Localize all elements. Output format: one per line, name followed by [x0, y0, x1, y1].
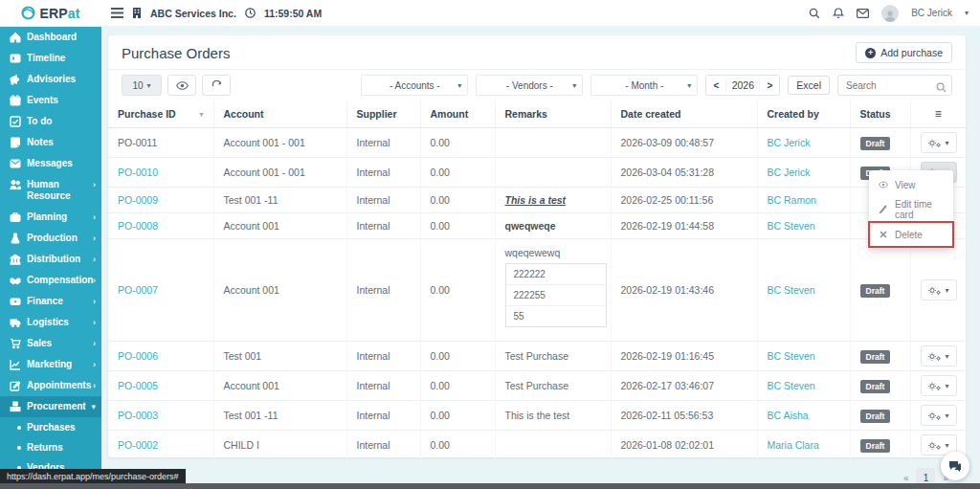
row-actions-button[interactable]: ▾ — [921, 279, 957, 300]
page-title: Purchase Orders — [122, 45, 230, 61]
created-by-link[interactable]: BC Steven — [768, 350, 815, 362]
status-cell: Draft — [850, 128, 910, 158]
bank-icon — [10, 254, 21, 265]
search-icon[interactable] — [809, 8, 820, 19]
sidebar-item-to-do[interactable]: To do — [0, 111, 101, 132]
created-by-link[interactable]: BC Jerick — [768, 137, 811, 148]
created-by-link[interactable]: BC Steven — [768, 220, 815, 232]
table-header-row: Purchase ID▾AccountSupplierAmountRemarks… — [108, 100, 966, 128]
caret-down-icon: ▾ — [945, 139, 948, 147]
sidebar-subitem-returns[interactable]: Returns — [0, 437, 101, 457]
date-created-cell: 2026-02-11 05:56:53 — [611, 401, 757, 431]
column-header-remarks[interactable]: Remarks — [495, 100, 611, 128]
purchase-id-link[interactable]: PO-0009 — [118, 194, 158, 206]
notifications-bell-icon[interactable] — [833, 8, 844, 19]
messages-envelope-icon[interactable] — [857, 9, 869, 18]
refresh-button[interactable] — [202, 75, 231, 96]
sidebar-item-planning[interactable]: Planning› — [0, 207, 101, 228]
column-header-supplier[interactable]: Supplier — [346, 100, 420, 128]
row-actions-button[interactable]: ▾ — [921, 132, 957, 153]
sidebar-item-human-resource[interactable]: Human Resource› — [0, 174, 101, 207]
vendors-filter-select[interactable]: - Vendors -▾ — [476, 75, 583, 96]
sidebar-item-procurement[interactable]: Procurement▾ — [0, 396, 101, 417]
created-by-link[interactable]: Maria Clara — [768, 439, 819, 451]
created-by-link[interactable]: BC Steven — [768, 380, 815, 391]
status-badge: Draft — [860, 410, 891, 423]
user-avatar[interactable] — [881, 5, 899, 22]
clock-icon — [245, 8, 256, 18]
sidebar-item-compensation[interactable]: Compensation› — [0, 270, 101, 291]
chevron-icon: › — [93, 359, 96, 370]
accounts-filter-select[interactable]: - Accounts -▾ — [361, 75, 468, 96]
column-header-purchase-id[interactable]: Purchase ID▾ — [108, 100, 213, 128]
sidebar-item-timeline[interactable]: Timeline — [0, 48, 101, 69]
sidebar-item-marketing[interactable]: Marketing› — [0, 354, 101, 375]
sidebar-item-finance[interactable]: Finance› — [0, 291, 101, 312]
column-header-date-created[interactable]: Date created — [611, 100, 757, 128]
sidebar-item-events[interactable]: Events — [0, 90, 101, 111]
company-name[interactable]: ABC Services Inc. — [150, 8, 236, 19]
created-by-link[interactable]: BC Jerick — [768, 167, 811, 178]
column-header-account[interactable]: Account — [213, 100, 346, 128]
sidebar-item-logistics[interactable]: Logistics› — [0, 312, 101, 333]
app-logo[interactable]: ERPat — [0, 6, 101, 21]
sidebar-item-dashboard[interactable]: Dashboard — [0, 27, 101, 48]
actions-cell: ▾ — [910, 342, 966, 371]
date-created-cell: 2026-02-19 01:43:46 — [611, 239, 757, 342]
sidebar-item-sales[interactable]: Sales› — [0, 333, 101, 354]
purchase-id-link[interactable]: PO-0011 — [118, 137, 157, 148]
column-visibility-button[interactable] — [167, 75, 196, 96]
purchase-id-link[interactable]: PO-0002 — [118, 439, 158, 451]
sidebar-item-advisories[interactable]: Advisories — [0, 69, 101, 90]
menu-item-edit-time-card[interactable]: Edit time card — [869, 197, 953, 222]
date-created-cell: 2026-02-25 00:11:56 — [611, 188, 757, 213]
created-by-link[interactable]: BC Ramon — [768, 194, 816, 206]
sidebar-item-appointments[interactable]: Appointments› — [0, 375, 101, 396]
card-icon — [10, 53, 21, 64]
sidebar-item-production[interactable]: Production› — [0, 228, 101, 249]
next-year-button[interactable]: > — [760, 75, 779, 96]
user-menu[interactable]: BC Jerick — [911, 8, 952, 18]
table-row-po-0007: PO-0007Account 001Internal0.00wqeqewewq2… — [108, 239, 966, 342]
purchase-id-link[interactable]: PO-0006 — [118, 350, 158, 362]
sidebar-subitem-purchases[interactable]: Purchases — [0, 417, 101, 437]
row-actions-button[interactable]: ▾ — [921, 405, 957, 426]
chat-fab-button[interactable] — [941, 452, 969, 480]
user-menu-caret-icon[interactable]: ▾ — [965, 9, 969, 17]
row-actions-dropdown-menu: ViewEdit time cardDelete — [869, 170, 953, 249]
page-size-select[interactable]: 10▾ — [122, 75, 162, 96]
column-header-status[interactable]: Status — [850, 100, 910, 128]
column-header-created-by[interactable]: Created by — [757, 100, 850, 128]
purchase-id-link[interactable]: PO-0005 — [118, 380, 158, 391]
created-by-link[interactable]: BC Steven — [768, 284, 815, 296]
prev-year-button[interactable]: < — [706, 75, 725, 96]
purchase-id-link[interactable]: PO-0010 — [118, 167, 158, 178]
add-purchase-button[interactable]: + Add purchase — [856, 42, 952, 63]
status-badge: Draft — [860, 137, 891, 150]
account-cell: Test 001 -11 — [213, 401, 346, 431]
browser-status-url: https://dash.erpat.app/mes/purchase-orde… — [0, 469, 186, 483]
excel-export-button[interactable]: Excel — [788, 76, 830, 95]
month-filter-select[interactable]: - Month -▾ — [590, 75, 698, 96]
todo-icon — [10, 116, 21, 127]
chat-icon — [948, 460, 962, 473]
menu-item-view[interactable]: View — [869, 172, 953, 197]
row-actions-button[interactable]: ▾ — [921, 345, 957, 367]
sidebar-item-messages[interactable]: Messages — [0, 153, 101, 174]
menu-item-delete[interactable]: Delete — [869, 222, 953, 247]
main-content: Purchase Orders + Add purchase 10▾ - Acc… — [101, 27, 980, 489]
sidebar-toggle-icon[interactable] — [111, 8, 123, 18]
search-input[interactable] — [837, 75, 952, 96]
table-toolbar: 10▾ - Accounts -▾ - Vendors -▾ - Month -… — [108, 70, 966, 100]
sidebar-item-distribution[interactable]: Distribution› — [0, 249, 101, 270]
purchase-id-link[interactable]: PO-0003 — [118, 410, 158, 421]
purchase-id-link[interactable]: PO-0007 — [118, 284, 158, 296]
column-header-amount[interactable]: Amount — [420, 100, 495, 128]
supplier-cell: Internal — [346, 239, 420, 342]
cogs-icon — [927, 411, 942, 421]
row-actions-button[interactable]: ▾ — [921, 375, 957, 396]
purchase-id-link[interactable]: PO-0008 — [118, 220, 158, 232]
sidebar-item-notes[interactable]: Notes — [0, 132, 101, 153]
column-menu-icon[interactable]: ≡ — [935, 107, 942, 121]
created-by-link[interactable]: BC Aisha — [768, 410, 809, 421]
